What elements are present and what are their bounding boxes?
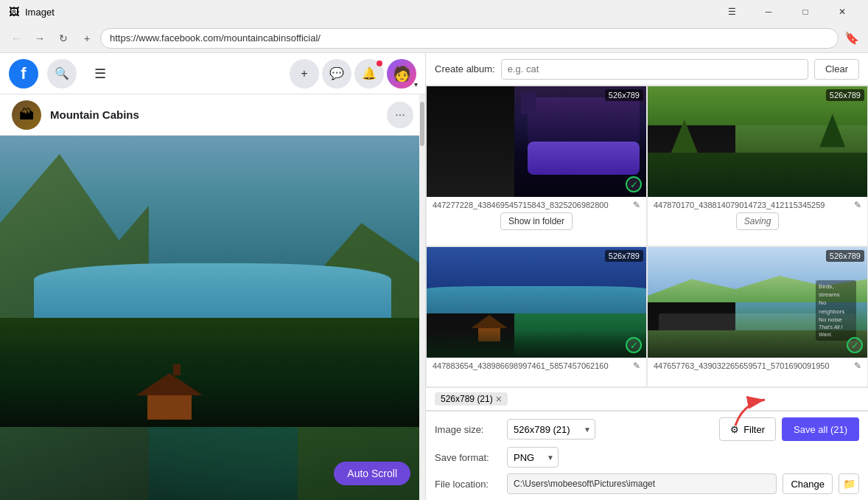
change-button[interactable]: Change xyxy=(783,473,833,494)
address-text: https://www.facebook.com/mountaincabinso… xyxy=(110,32,321,44)
open-folder-button[interactable]: 📁 xyxy=(839,473,859,494)
app-icon: 🖼 xyxy=(9,6,19,18)
image-size-label: Image size: xyxy=(435,424,501,435)
page-avatar: 🏔 xyxy=(12,100,41,130)
check-badge: ✓ xyxy=(626,337,642,353)
image-filename: 447883654_438986698997461_5857457062160 … xyxy=(433,361,640,371)
facebook-panel: f 🔍 ☰ + 💬 🔔 🧑 🏔 Mountain Cabins ··· xyxy=(0,53,426,500)
image-card: 526x789 ✓ 447883654_438986698997461_5857… xyxy=(426,246,647,387)
edit-icon[interactable]: ✎ xyxy=(854,200,861,210)
auto-scroll-button[interactable]: Auto Scroll xyxy=(334,462,410,485)
fb-messenger-button[interactable]: 💬 xyxy=(322,59,351,88)
image-filename: 447277228_438469545715843_8325206982800 … xyxy=(433,200,640,210)
more-options-button[interactable]: ··· xyxy=(387,102,413,128)
forward-button[interactable]: → xyxy=(29,28,50,49)
app-title: Imaget xyxy=(25,7,55,18)
file-location-row: File location: Change 📁 xyxy=(435,473,859,494)
image-size-badge: 526x789 xyxy=(605,89,643,101)
file-location-label: File location: xyxy=(435,479,501,490)
create-album-label: Create album: xyxy=(435,63,495,74)
minimize-button[interactable]: ─ xyxy=(752,0,785,24)
refresh-button[interactable]: ↻ xyxy=(53,28,74,49)
facebook-logo: f xyxy=(9,59,38,88)
size-filter-row: 526x789 (21) × xyxy=(426,387,868,411)
filter-icon: ⚙ xyxy=(730,424,739,435)
save-format-row: Save format: PNG JPG WEBP ▼ xyxy=(435,447,859,468)
image-filename: 447657763_439032265659571_5701690091950 … xyxy=(654,361,861,371)
main-layout: f 🔍 ☰ + 💬 🔔 🧑 🏔 Mountain Cabins ··· xyxy=(0,53,868,500)
image-grid: 526x789 ✓ 447277228_438469545715843_8325… xyxy=(426,86,868,387)
browser-toolbar: ← → ↻ + https://www.facebook.com/mountai… xyxy=(0,24,868,53)
imaget-panel: Create album: Clear 526x789 xyxy=(426,53,868,500)
image-size-row: Image size: 526x789 (21) ▼ ⚙ Filter Save… xyxy=(435,417,859,441)
image-thumbnail: 526x789 xyxy=(648,86,867,197)
save-all-button[interactable]: Save all (21) xyxy=(782,417,859,441)
filter-button[interactable]: ⚙ Filter xyxy=(719,417,776,441)
filename-text: 447277228_438469545715843_8325206982800 xyxy=(433,201,630,209)
fb-action-buttons: + 💬 🔔 🧑 xyxy=(290,59,416,88)
maximize-button[interactable]: □ xyxy=(788,0,822,24)
file-location-input[interactable] xyxy=(507,473,777,494)
address-bar[interactable]: https://www.facebook.com/mountaincabinso… xyxy=(100,28,839,49)
size-select-wrapper: 526x789 (21) ▼ xyxy=(507,419,595,440)
image-card: 526x789 447870170_438814079014723_412115… xyxy=(647,86,868,246)
filename-text: 447657763_439032265659571_5701690091950 xyxy=(654,361,851,370)
filename-text: 447870170_438814079014723_412115345259 xyxy=(654,201,851,209)
fb-search-button[interactable]: 🔍 xyxy=(47,59,77,88)
filter-label: Filter xyxy=(743,424,765,435)
image-size-badge: 526x789 xyxy=(605,250,643,262)
edit-icon[interactable]: ✎ xyxy=(854,361,861,371)
fb-add-button[interactable]: + xyxy=(290,59,319,88)
image-filename: 447870170_438814079014723_412115345259 ✎ xyxy=(654,200,861,210)
image-thumbnail: 526x789 ✓ xyxy=(427,247,646,358)
facebook-topbar: f 🔍 ☰ + 💬 🔔 🧑 xyxy=(0,53,425,94)
clear-button[interactable]: Clear xyxy=(814,59,859,80)
edit-icon[interactable]: ✎ xyxy=(633,200,640,210)
fb-profile-row: 🏔 Mountain Cabins ··· xyxy=(0,94,425,136)
format-select-wrapper: PNG JPG WEBP ▼ xyxy=(507,447,559,468)
image-info: 447277228_438469545715843_8325206982800 … xyxy=(427,197,646,235)
image-info: 447870170_438814079014723_412115345259 ✎… xyxy=(648,197,867,235)
fb-feed-image: Auto Scroll xyxy=(0,136,425,500)
image-info: 447883654_438986698997461_5857457062160 … xyxy=(427,358,646,375)
close-button[interactable]: ✕ xyxy=(825,0,859,24)
check-badge: ✓ xyxy=(847,337,863,353)
fb-scrollbar[interactable] xyxy=(419,94,425,500)
notification-dot xyxy=(377,60,382,66)
filename-text: 447883654_438986698997461_5857457062160 xyxy=(433,361,630,370)
edit-icon[interactable]: ✎ xyxy=(633,361,640,371)
bookmark-button[interactable]: 🔖 xyxy=(841,28,862,49)
check-badge: ✓ xyxy=(626,176,642,192)
imaget-toolbar: Create album: Clear xyxy=(426,53,868,86)
fb-avatar-button[interactable]: 🧑 xyxy=(387,59,416,88)
size-tag: 526x789 (21) × xyxy=(435,392,508,406)
save-format-label: Save format: xyxy=(435,452,501,463)
feed-mountains xyxy=(0,136,425,500)
image-size-badge: 526x789 xyxy=(826,89,864,101)
window-controls: ☰ ─ □ ✕ xyxy=(715,0,859,24)
image-card: 526x789 ✓ 447277228_438469545715843_8325… xyxy=(426,86,647,246)
size-tag-close[interactable]: × xyxy=(496,394,502,404)
image-thumbnail: 526x789 ✓ xyxy=(427,86,646,197)
create-album-input[interactable] xyxy=(501,59,808,80)
image-info: 447657763_439032265659571_5701690091950 … xyxy=(648,358,867,375)
size-tag-label: 526x789 (21) xyxy=(441,394,493,404)
saving-button: Saving xyxy=(736,212,780,230)
fb-notifications-button[interactable]: 🔔 xyxy=(354,59,384,88)
image-thumbnail: Birds, streams No neighbors No noise Tha… xyxy=(648,247,867,358)
show-in-folder-button[interactable]: Show in folder xyxy=(500,212,573,230)
format-select[interactable]: PNG JPG WEBP xyxy=(507,447,559,468)
fb-menu-button[interactable]: ☰ xyxy=(85,59,115,88)
title-bar: 🖼 Imaget ☰ ─ □ ✕ xyxy=(0,0,868,24)
bottom-controls: Image size: 526x789 (21) ▼ ⚙ Filter Save… xyxy=(426,411,868,500)
image-card: Birds, streams No neighbors No noise Tha… xyxy=(647,246,868,387)
back-button[interactable]: ← xyxy=(6,28,27,49)
image-size-select[interactable]: 526x789 (21) xyxy=(507,419,595,440)
image-size-badge: 526x789 xyxy=(826,250,864,262)
fb-scrollbar-thumb xyxy=(420,102,424,146)
page-name: Mountain Cabins xyxy=(50,108,378,121)
menu-button[interactable]: ☰ xyxy=(715,0,749,24)
new-tab-button[interactable]: + xyxy=(77,28,97,49)
